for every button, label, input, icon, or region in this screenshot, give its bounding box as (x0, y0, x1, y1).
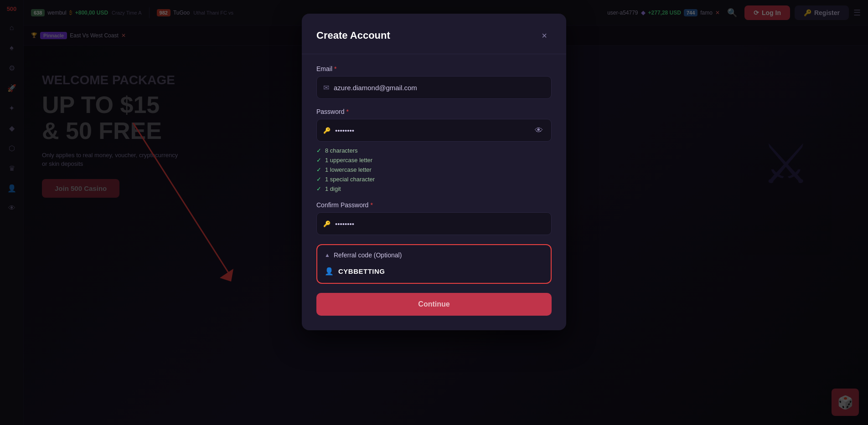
referral-header[interactable]: ▲ Referral code (Optional) (317, 245, 551, 265)
email-input-wrap: ✉ (316, 76, 552, 99)
check-icon-4: ✓ (316, 176, 321, 183)
check-uppercase: ✓ 1 uppercase letter (316, 157, 552, 164)
referral-user-icon: 👤 (325, 267, 334, 276)
email-form-group: Email * ✉ (316, 65, 552, 99)
password-toggle-button[interactable]: 👁 (533, 124, 545, 137)
check-digit: ✓ 1 digit (316, 185, 552, 192)
key-icon-confirm: 🔑 (323, 220, 331, 227)
check-icon-3: ✓ (316, 166, 321, 173)
email-label: Email * (316, 65, 552, 72)
referral-chevron-icon: ▲ (325, 252, 330, 258)
create-account-modal: Create Account × Email * ✉ Password * 🔑 (302, 14, 566, 330)
referral-label: Referral code (Optional) (334, 251, 402, 259)
confirm-required: * (370, 201, 372, 209)
referral-input-wrap: 👤 CYBBETTING (317, 265, 551, 283)
referral-section: ▲ Referral code (Optional) 👤 CYBBETTING (316, 244, 552, 284)
modal-title: Create Account (316, 30, 390, 41)
continue-button[interactable]: Continue (316, 293, 552, 316)
email-input[interactable] (334, 84, 545, 92)
confirm-password-input[interactable] (335, 220, 545, 228)
modal-header: Create Account × (316, 28, 552, 43)
password-label: Password * (316, 108, 552, 115)
modal-close-button[interactable]: × (537, 28, 552, 43)
email-required: * (334, 65, 336, 72)
password-checks: ✓ 8 characters ✓ 1 uppercase letter ✓ 1 … (316, 147, 552, 192)
confirm-password-input-wrap: 🔑 (316, 212, 552, 235)
check-icon-1: ✓ (316, 147, 321, 154)
check-icon-2: ✓ (316, 157, 321, 164)
password-input-wrap: 🔑 👁 (316, 119, 552, 142)
check-8chars: ✓ 8 characters (316, 147, 552, 154)
check-lowercase: ✓ 1 lowercase letter (316, 166, 552, 173)
modal-divider (302, 54, 566, 54)
email-icon: ✉ (323, 83, 329, 92)
modal-overlay: Create Account × Email * ✉ Password * 🔑 (0, 0, 868, 425)
password-form-group: Password * 🔑 👁 ✓ 8 characters ✓ 1 upperc… (316, 108, 552, 192)
check-special: ✓ 1 special character (316, 176, 552, 183)
password-input[interactable] (335, 127, 533, 134)
referral-code-value: CYBBETTING (338, 267, 385, 275)
check-icon-5: ✓ (316, 185, 321, 192)
password-required: * (346, 108, 348, 115)
confirm-password-label: Confirm Password * (316, 201, 552, 209)
confirm-password-form-group: Confirm Password * 🔑 (316, 201, 552, 235)
key-icon: 🔑 (323, 127, 331, 134)
